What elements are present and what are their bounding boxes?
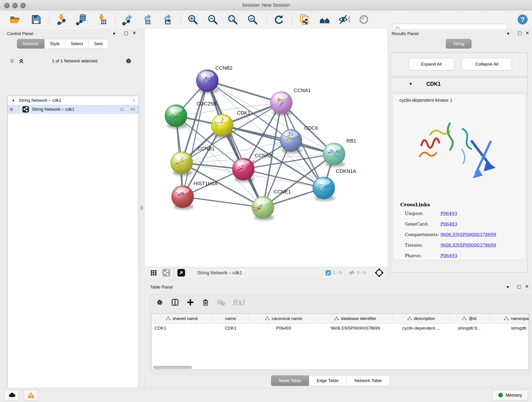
zoom-fit-button[interactable]	[226, 13, 239, 26]
save-session-button[interactable]	[30, 13, 43, 26]
zoom-selected-button[interactable]	[246, 13, 259, 26]
export-network-button[interactable]	[120, 13, 134, 26]
node-collapse-triangle-icon[interactable]: ▼	[409, 82, 413, 86]
delete-column-icon[interactable]	[201, 298, 210, 306]
warning-icon	[27, 391, 35, 399]
warning-button[interactable]	[24, 390, 38, 400]
memory-button[interactable]: Memory	[493, 390, 528, 400]
protein-structure-image	[415, 107, 502, 198]
collapse-all-chevron-icon[interactable]	[18, 57, 25, 64]
table-row[interactable]: CDK1CDK1P064939606.ENSP00000378699cyclin…	[152, 324, 529, 333]
crosslink-value-link[interactable]: P06493	[440, 253, 457, 258]
new-network-from-selection-button[interactable]	[298, 13, 311, 26]
column-header-4[interactable]: description	[393, 314, 450, 323]
results-panel-close-icon[interactable]: ✕	[525, 30, 529, 36]
collapse-all-button[interactable]: Collapse All	[462, 58, 512, 70]
column-header-1[interactable]: name	[212, 314, 249, 323]
open-session-button[interactable]	[8, 13, 22, 26]
open-folder-icon	[9, 13, 21, 26]
network-node-CDC25B[interactable]: CDC25B	[165, 101, 216, 129]
expand-all-button[interactable]: Expand All	[409, 58, 454, 70]
node-label-RB1: RB1	[346, 138, 356, 144]
grid-view-icon[interactable]	[150, 269, 158, 277]
network-node-CCNE1[interactable]: CCNE1	[252, 189, 291, 220]
table-cell[interactable]: P06493	[249, 324, 318, 333]
import-network-database-button[interactable]	[75, 13, 88, 26]
column-header-0[interactable]: shared name	[152, 314, 212, 323]
table-cell[interactable]: cyclin-dependent ...	[393, 324, 450, 333]
gear-icon[interactable]	[125, 57, 133, 65]
tab-node-table[interactable]: Node Table	[271, 375, 309, 386]
birds-eye-view-icon[interactable]	[177, 269, 185, 277]
selected-checkbox-icon[interactable]	[325, 270, 331, 276]
export-image-button[interactable]	[160, 13, 173, 26]
network-node-CCNA1[interactable]: CCNA1	[270, 88, 311, 116]
network-node-CDC6[interactable]: CDC6	[280, 125, 318, 153]
network-view-icon[interactable]	[162, 269, 171, 277]
network-canvas[interactable]: CCNB2CCNA1CDC25BCDK1CDC6RB1CCNB1CCNA2CDK…	[145, 29, 388, 267]
table-gear-icon[interactable]	[156, 298, 164, 306]
cloud-button[interactable]	[5, 390, 19, 400]
import-table-button[interactable]	[95, 13, 109, 26]
network-graph[interactable]: CCNB2CCNA1CDC25BCDK1CDC6RB1CCNB1CCNA2CDK…	[145, 29, 388, 267]
tab-sets[interactable]: Sets	[89, 39, 109, 49]
collection-expand-triangle-icon[interactable]: ▼	[12, 99, 15, 102]
network-node-CDK1[interactable]: CDK1	[211, 110, 250, 138]
table-horizontal-scrollbar[interactable]	[153, 366, 192, 369]
table-panel-collapse-icon[interactable]: ▾	[507, 284, 509, 290]
results-panel-collapse-icon[interactable]: ▾	[507, 31, 509, 36]
network-node-HIST1H1A[interactable]: HIST1H1A	[172, 181, 218, 210]
control-panel-close-icon[interactable]: ✕	[133, 30, 136, 36]
tab-style[interactable]: Style	[44, 39, 65, 49]
table-cell[interactable]: CDK1	[152, 324, 212, 333]
tab-network[interactable]: Network	[17, 39, 44, 49]
export-table-button[interactable]	[140, 13, 153, 26]
import-network-file-button[interactable]	[55, 13, 69, 26]
column-header-6[interactable]: namespace	[489, 314, 529, 323]
network-collection-row[interactable]: ▼ String Network – cdk1 1	[7, 96, 139, 105]
table-cell[interactable]: 9606.ENSP00000378699	[318, 324, 393, 333]
column-header-3[interactable]: database identifier	[318, 314, 393, 323]
column-header-5[interactable]: @id	[450, 314, 489, 323]
network-node-RB1[interactable]: RB1	[323, 138, 356, 167]
zoom-out-button[interactable]	[206, 13, 219, 26]
zoom-in-button[interactable]	[186, 13, 199, 26]
tab-edge-table[interactable]: Edge Table	[309, 375, 347, 386]
add-column-icon[interactable]	[186, 298, 195, 306]
network-edges[interactable]	[176, 81, 334, 207]
control-panel-collapse-icon[interactable]: ▾	[113, 31, 115, 36]
crosslink-value-link[interactable]: 9606.ENSP00000378699	[440, 232, 496, 237]
network-node-CDKN1A[interactable]: CDKN1A	[313, 168, 356, 201]
control-panel-float-icon[interactable]: ▢	[124, 30, 128, 36]
network-node-CCNB2[interactable]: CCNB2	[196, 65, 233, 94]
refresh-button[interactable]	[272, 13, 285, 26]
column-header-2[interactable]: canonical name	[249, 314, 318, 323]
show-columns-icon[interactable]	[171, 298, 179, 307]
first-neighbors-button[interactable]	[318, 13, 331, 26]
expand-all-chevron-icon[interactable]	[9, 57, 16, 64]
show-graphics-details-button[interactable]	[357, 13, 370, 26]
node-label-HIST1H1A: HIST1H1A	[194, 181, 218, 186]
hide-selected-button[interactable]	[337, 13, 351, 26]
network-row[interactable]: String Network – cdk1 11 48	[7, 105, 139, 114]
hidden-eye-slash-icon[interactable]	[348, 269, 355, 276]
tab-network-table[interactable]: Network Table	[347, 375, 390, 386]
crosslink-value-link[interactable]: P06493	[440, 221, 457, 226]
vertical-splitter-handle[interactable]	[140, 206, 143, 210]
table-cell[interactable]: CDK1	[212, 324, 249, 333]
center-view-crosshair-icon[interactable]	[374, 268, 384, 278]
help-button[interactable]: ?	[516, 13, 529, 26]
results-panel-float-icon[interactable]: ▢	[518, 30, 522, 36]
table-panel-float-icon[interactable]: ▢	[517, 284, 521, 289]
tab-select[interactable]: Select	[65, 39, 89, 49]
table-cell[interactable]: stringdb:9...	[450, 324, 489, 333]
column-type-icon	[334, 316, 339, 321]
crosslink-value-link[interactable]: 9606.ENSP00000378699	[440, 242, 496, 248]
table-panel-close-icon[interactable]: ✕	[525, 284, 529, 289]
table-header-row: shared namenamecanonical namedatabase id…	[152, 314, 529, 324]
tab-string[interactable]: String	[446, 39, 472, 49]
column-header-label: canonical name	[272, 316, 302, 321]
crosslink-value-link[interactable]: P06493	[440, 211, 457, 216]
table-cell[interactable]: stringdb	[489, 324, 529, 333]
column-type-icon	[462, 316, 467, 321]
